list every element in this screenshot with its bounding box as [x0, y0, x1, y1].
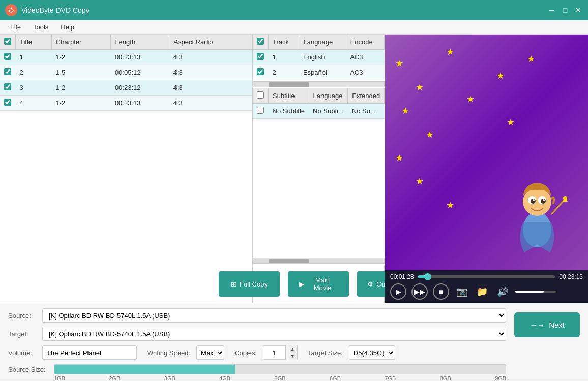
next-button[interactable]: →→ Next: [514, 312, 580, 337]
volume-label: Volume:: [8, 349, 36, 357]
star-icon: ★: [401, 105, 409, 116]
menu-tools[interactable]: Tools: [27, 21, 54, 33]
snapshot-button[interactable]: 📷: [454, 284, 469, 299]
volume-fill: [515, 291, 544, 293]
track-col-encode: Encode: [346, 35, 384, 50]
next-label: Next: [549, 321, 565, 329]
size-bar-fill: [54, 365, 235, 374]
menu-help[interactable]: Help: [54, 21, 80, 33]
volume-input[interactable]: [42, 345, 137, 360]
title-aspect: 4:3: [169, 96, 252, 111]
target-row: Target: [K] Optiarc BD RW BD-5740L 1.5A …: [8, 327, 506, 341]
volume-slider[interactable]: [515, 291, 556, 293]
copies-input[interactable]: [263, 345, 286, 360]
copies-up[interactable]: ▲: [288, 345, 297, 353]
progress-bar[interactable]: [418, 275, 555, 278]
size-tick: 3GB: [164, 375, 175, 381]
title-chapter: 1-5: [51, 65, 111, 80]
target-select[interactable]: [K] Optiarc BD RW BD-5740L 1.5A (USB): [42, 327, 506, 341]
progress-row: 00:01:28 00:23:13: [390, 273, 583, 280]
close-button[interactable]: ✕: [574, 6, 583, 15]
size-tick: 2GB: [109, 375, 120, 381]
title-aspect: 4:3: [169, 50, 252, 65]
right-container: Track Language Encode 1 English AC3 2 Es…: [253, 35, 588, 303]
main-movie-button[interactable]: ▶ Main Movie: [288, 271, 349, 297]
size-bar: [54, 364, 506, 374]
track-num: 2: [269, 65, 299, 80]
writing-speed-select[interactable]: Max: [196, 345, 224, 360]
select-all-checkbox[interactable]: [4, 38, 11, 45]
title-checkbox-1[interactable]: [4, 68, 11, 75]
title-checkbox-2[interactable]: [4, 83, 11, 90]
col-check: [0, 35, 16, 50]
main-content: Title Charpter Length Aspect Radio 1 1-2…: [0, 35, 588, 303]
subtitle-select-all[interactable]: [257, 91, 264, 99]
sub-check-col: [253, 88, 269, 104]
star-icon: ★: [466, 93, 475, 105]
title-chapter: 1-2: [51, 50, 111, 65]
track-check-col: [253, 35, 269, 50]
source-label: Source:: [8, 312, 36, 320]
titles-table: Title Charpter Length Aspect Radio 1 1-2…: [0, 35, 252, 111]
copies-down[interactable]: ▼: [288, 353, 297, 360]
current-time: 00:01:28: [390, 273, 414, 280]
title-length: 00:23:13: [111, 50, 169, 65]
table-row: 1 English AC3: [253, 50, 385, 65]
track-checkbox-1[interactable]: [257, 68, 264, 75]
controls-row: ▶ ▶▶ ■ 📷 📁 🔊: [390, 283, 583, 300]
title-num: 3: [16, 80, 52, 96]
title-checkbox-0[interactable]: [4, 53, 11, 60]
menu-file[interactable]: File: [4, 21, 27, 33]
track-select-all[interactable]: [257, 38, 264, 45]
track-language: English: [299, 50, 346, 65]
fast-forward-button[interactable]: ▶▶: [411, 283, 428, 300]
play-button[interactable]: ▶: [390, 283, 406, 300]
col-chapter: Charpter: [51, 35, 111, 50]
source-select[interactable]: [K] Optiarc BD RW BD-5740L 1.5A (USB): [42, 308, 506, 323]
svg-point-1: [11, 8, 12, 9]
track-scrollbar[interactable]: [253, 81, 385, 87]
table-row: 4 1-2 00:23:13 4:3: [0, 96, 252, 111]
sub-lang: No Subti...: [309, 104, 348, 119]
track-check-cell: [253, 65, 269, 80]
size-tick: 8GB: [440, 375, 451, 381]
table-row: 3 1-2 00:23:12 4:3: [0, 80, 252, 96]
track-table-wrapper: Track Language Encode 1 English AC3 2 Es…: [253, 35, 385, 80]
sub-col-language: Language: [309, 88, 348, 104]
target-size-select[interactable]: D5(4.35G): [349, 345, 395, 360]
titles-panel: Title Charpter Length Aspect Radio 1 1-2…: [0, 35, 253, 303]
star-icon: ★: [426, 129, 434, 140]
track-col-track: Track: [269, 35, 299, 50]
col-title: Title: [16, 35, 52, 50]
size-bar-container: 1GB2GB3GB4GB5GB6GB7GB8GB9GB: [54, 364, 506, 374]
stop-button[interactable]: ■: [433, 283, 449, 300]
subtitle-scrollbar[interactable]: [253, 258, 385, 264]
star-icon: ★: [416, 176, 424, 187]
minimize-button[interactable]: ─: [547, 6, 556, 15]
sub-name: No Subtitle: [269, 104, 309, 119]
folder-button[interactable]: 📁: [475, 284, 490, 299]
volume-icon[interactable]: 🔊: [495, 284, 510, 299]
full-copy-button[interactable]: ⊞ Full Copy: [219, 271, 280, 297]
svg-point-8: [533, 199, 535, 201]
title-num: 2: [16, 65, 52, 80]
app-logo: [5, 4, 17, 16]
title-num: 4: [16, 96, 52, 111]
star-icon: ★: [446, 46, 454, 57]
track-rows: 1 English AC3 2 Español AC3: [253, 50, 385, 80]
star-icon: ★: [416, 82, 424, 93]
title-length: 00:23:12: [111, 80, 169, 96]
sub-checkbox-0[interactable]: [257, 107, 264, 114]
track-encode: AC3: [346, 50, 384, 65]
col-length: Length: [111, 35, 169, 50]
track-scrollbar-thumb: [269, 82, 309, 87]
star-icon: ★: [395, 58, 403, 69]
source-size-label: Source Size:: [8, 366, 49, 373]
title-checkbox-3[interactable]: [4, 99, 11, 106]
track-checkbox-0[interactable]: [257, 53, 264, 60]
menu-bar: File Tools Help: [0, 20, 588, 35]
maximize-button[interactable]: □: [561, 6, 570, 15]
full-copy-label: Full Copy: [240, 280, 268, 288]
source-row: Source: [K] Optiarc BD RW BD-5740L 1.5A …: [8, 308, 506, 323]
star-icon: ★: [507, 117, 515, 128]
